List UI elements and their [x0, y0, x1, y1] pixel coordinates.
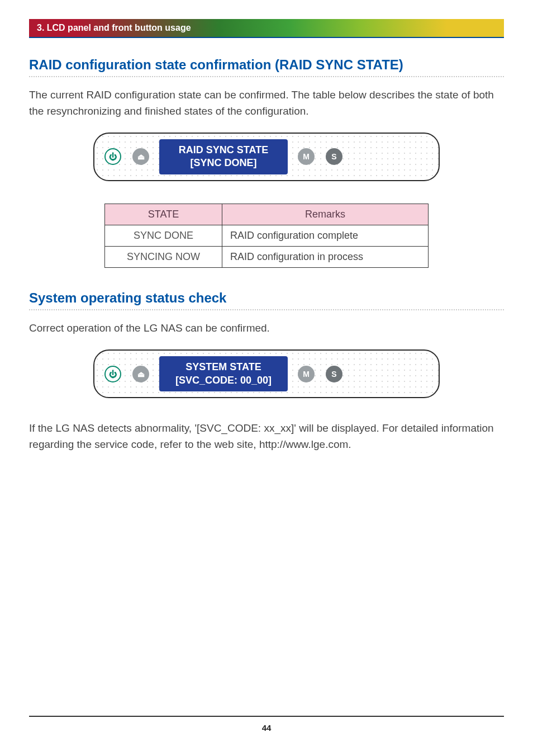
- th-state: STATE: [105, 204, 222, 225]
- section-heading: RAID configuration state confirmation (R…: [29, 57, 504, 77]
- page: 3. LCD panel and front button usage RAID…: [0, 0, 533, 756]
- cell-remarks: RAID configuration complete: [222, 225, 429, 246]
- power-icon: ⏻: [104, 148, 121, 165]
- power-icon: ⏻: [104, 366, 121, 382]
- right-button-group: M S: [298, 366, 342, 382]
- cell-remarks: RAID configuration in process: [222, 246, 429, 267]
- right-button-group: M S: [298, 148, 342, 165]
- th-remarks: Remarks: [222, 204, 429, 225]
- footer-rule: [29, 716, 504, 717]
- mode-m-icon: M: [298, 366, 315, 382]
- section-heading: System operating status check: [29, 290, 504, 310]
- cell-state: SYNC DONE: [105, 225, 222, 246]
- lcd-line-2: [SYNC DONE]: [172, 157, 275, 169]
- table-row: SYNCING NOW RAID configuration in proces…: [105, 246, 429, 267]
- page-number: 44: [0, 723, 533, 733]
- lcd-front-panel: ⏻ ⏏ RAID SYNC STATE [SYNC DONE] M S: [93, 133, 440, 181]
- lcd-screen: RAID SYNC STATE [SYNC DONE]: [159, 139, 288, 174]
- lcd-screen: SYSTEM STATE [SVC_CODE: 00_00]: [159, 356, 288, 391]
- state-table: STATE Remarks SYNC DONE RAID configurati…: [104, 204, 429, 268]
- lcd-line-2: [SVC_CODE: 00_00]: [172, 374, 275, 387]
- section-raid-sync-state: RAID configuration state confirmation (R…: [29, 57, 504, 268]
- cell-state: SYNCING NOW: [105, 246, 222, 267]
- table-row: SYNC DONE RAID configuration complete: [105, 225, 429, 246]
- mode-s-icon: S: [326, 148, 342, 165]
- eject-icon: ⏏: [132, 148, 149, 165]
- section-paragraph: The current RAID configuration state can…: [29, 87, 504, 119]
- lcd-line-1: RAID SYNC STATE: [172, 144, 275, 157]
- table-header-row: STATE Remarks: [105, 204, 429, 225]
- section-paragraph: If the LG NAS detects abnormality, '[SVC…: [29, 420, 504, 452]
- lcd-line-1: SYSTEM STATE: [172, 361, 275, 374]
- chapter-title: 3. LCD panel and front button usage: [37, 23, 191, 33]
- mode-m-icon: M: [298, 148, 315, 165]
- chapter-header-bar: 3. LCD panel and front button usage: [29, 19, 504, 38]
- section-system-status: System operating status check Correct op…: [29, 290, 504, 452]
- lcd-front-panel: ⏻ ⏏ SYSTEM STATE [SVC_CODE: 00_00] M S: [93, 349, 440, 398]
- eject-icon: ⏏: [132, 366, 149, 382]
- mode-s-icon: S: [326, 366, 342, 382]
- left-button-group: ⏻ ⏏: [104, 366, 149, 382]
- section-paragraph: Correct operation of the LG NAS can be c…: [29, 320, 504, 337]
- left-button-group: ⏻ ⏏: [104, 148, 149, 165]
